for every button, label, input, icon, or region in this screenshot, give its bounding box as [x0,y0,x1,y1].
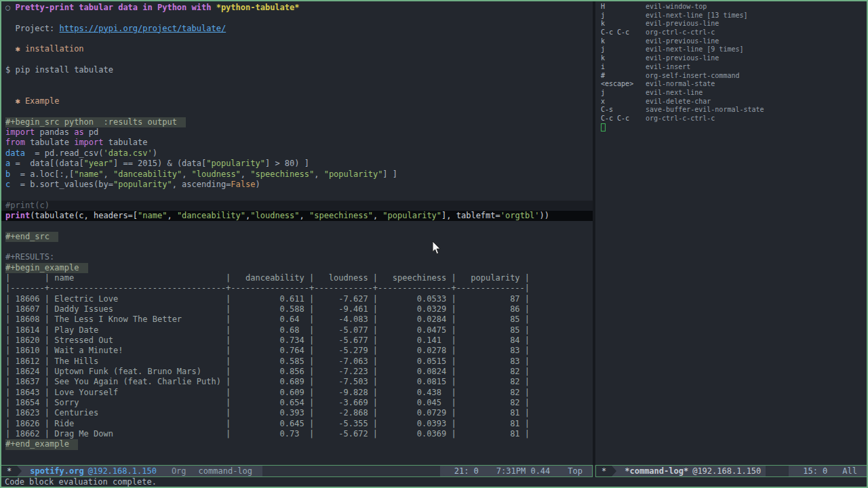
powerline-separator-icon [761,466,766,476]
command-log-entry: C-c C-corg-ctrl-c-ctrl-c [595,115,867,123]
buffer-line [1,242,593,252]
key-combo: H [601,3,646,12]
command-name: org-ctrl-c-ctrl-c [646,115,715,122]
command-name: evil-delete-char [646,98,711,105]
buffer-line: print(tabulate(c, headers=["name", "danc… [1,211,593,221]
buffer-line: c = b.sort_values(by="popularity", ascen… [1,180,593,190]
buffer-name[interactable]: spotify.org [30,466,83,476]
buffer-line [1,13,593,23]
buffer-host: @192.168.1.150 [692,466,761,476]
buffer-line [1,106,593,117]
buffer-line [1,221,593,231]
buffer-line: import pandas as pd [1,127,593,138]
modified-indicator: * [1,466,17,476]
powerline-separator-icon [17,466,22,476]
buffer-line: ✱ installation [1,44,593,54]
command-name: evil-next-line [646,89,703,96]
echo-area[interactable]: Code block evaluation complete. [1,477,867,487]
key-combo: i [601,63,646,72]
command-name: evil-previous-line [646,37,719,45]
key-combo: k [601,37,646,46]
buffer-line: $ pip install tabulate [1,65,593,75]
powerline-separator-icon [612,466,616,476]
major-mode-label[interactable]: Org [172,466,186,476]
buffer-line [1,55,593,65]
table-line: | 18606 | Electric Love | 0.611 | -7.627… [1,294,593,304]
table-line: | 18626 | Ride | 0.645 | -5.355 | 0.0393… [1,419,593,429]
command-name: org-ctrl-c-ctrl-c [646,28,715,36]
buffer-line [1,75,593,85]
buffer-line: #+begin_example [1,263,593,273]
command-log-entry: Hevil-window-top [595,3,867,12]
command-name: evil-next-line [9 times] [646,45,744,53]
org-buffer-window[interactable]: ○ Pretty-print tabular data in Python wi… [1,1,593,465]
key-combo: # [601,72,646,81]
buffer-line: #+RESULTS: [1,252,593,262]
command-name: evil-insert [646,63,690,70]
key-combo: C-c C-c [601,115,646,123]
key-combo: C-c C-c [601,28,646,37]
buffer-line: #+begin_src python :results output [1,117,593,127]
command-log-window[interactable]: Hevil-window-topjevil-next-line [13 time… [595,1,867,465]
org-block-keyword: #+end_example [5,439,78,449]
echo-message: Code block evaluation complete. [5,477,157,487]
buffer-line: data = pd.read_csv('data.csv') [1,148,593,159]
key-combo: k [601,54,646,63]
command-log-entry: kevil-previous-line [595,20,867,28]
buffer-line: #+end_example [1,439,593,449]
buffer-line: Project: https://pypi.org/project/tabula… [1,24,593,34]
scroll-position: Top [568,466,583,476]
buffer-line: #+end_src [1,232,593,242]
clock-and-load: 7:31PM 0.44 [496,466,550,476]
org-block-keyword: #+end_src [5,232,58,242]
cursor-position: 21: 0 [454,466,479,476]
minor-mode-label[interactable]: command-log [199,466,252,476]
table-line: | 18654 | Sorry | 0.654 | -3.669 | 0.045… [1,398,593,408]
text-cursor [601,123,606,131]
buffer-line: b = a.loc[:,["name", "danceability", "lo… [1,169,593,180]
table-line: | 18620 | Stressed Out | 0.734 | -5.677 … [1,336,593,346]
table-line: | 18624 | Uptown Funk (feat. Bruno Mars)… [1,367,593,377]
table-line: | 18623 | Centuries | 0.393 | -2.868 | 0… [1,408,593,418]
buffer-line [1,86,593,96]
buffer-line [1,190,593,200]
command-log-entry: ievil-insert [595,63,867,72]
command-log-entry: kevil-previous-line [595,54,867,63]
command-name: org-self-insert-command [646,72,739,79]
key-combo: j [601,12,646,20]
command-log-entry: xevil-delete-char [595,98,867,106]
table-line: | 18612 | The Hills | 0.585 | -7.063 | 0… [1,357,593,367]
command-log-entry: <escape>evil-normal-state [595,80,867,89]
buffer-line: from tabulate import tabulate [1,138,593,148]
modified-indicator: * [596,466,612,476]
table-line: | | name | danceability | loudness | spe… [1,273,593,283]
modeline-left: * spotify.org @192.168.1.150 Org command… [1,465,593,477]
table-line: |-------+-------------------------------… [1,283,593,293]
buffer-line: #print(c) [1,201,593,211]
powerline-separator-icon [789,466,793,476]
project-link[interactable]: https://pypi.org/project/tabulate/ [59,24,226,33]
powerline-separator-icon [440,466,445,476]
command-name: save-buffer-evil-normal-state [646,106,764,113]
buffer-line [1,34,593,44]
key-combo: j [601,89,646,98]
buffer-name[interactable]: *command-log* [625,466,688,476]
modeline-right: * *command-log* @192.168.1.150 15: 0 All [595,465,867,477]
table-line: | 18643 | Love Yourself | 0.609 | -9.828… [1,388,593,398]
command-log-entry: kevil-previous-line [595,37,867,46]
org-buffer: ○ Pretty-print tabular data in Python wi… [1,3,593,450]
table-line: | 18607 | Daddy Issues | 0.588 | -9.461 … [1,304,593,314]
command-name: evil-window-top [646,3,707,10]
command-log-entry: jevil-next-line [595,89,867,98]
emacs-frame: ○ Pretty-print tabular data in Python wi… [0,0,868,488]
command-log-entry: C-c C-corg-ctrl-c-ctrl-c [595,28,867,37]
command-log-list: Hevil-window-topjevil-next-line [13 time… [595,3,867,123]
command-log-entry: #org-self-insert-command [595,72,867,81]
command-log-entry: jevil-next-line [9 times] [595,45,867,54]
buffer-line: ✱ Example [1,96,593,106]
table-line: | 18637 | See You Again (feat. Charlie P… [1,377,593,387]
buffer-host: @192.168.1.150 [88,466,157,476]
key-combo: <escape> [601,80,646,89]
buffer-line: a = data[(data["year"] == 2015) & (data[… [1,159,593,169]
table-line: | 18608 | The Less I Know The Better | 0… [1,314,593,325]
